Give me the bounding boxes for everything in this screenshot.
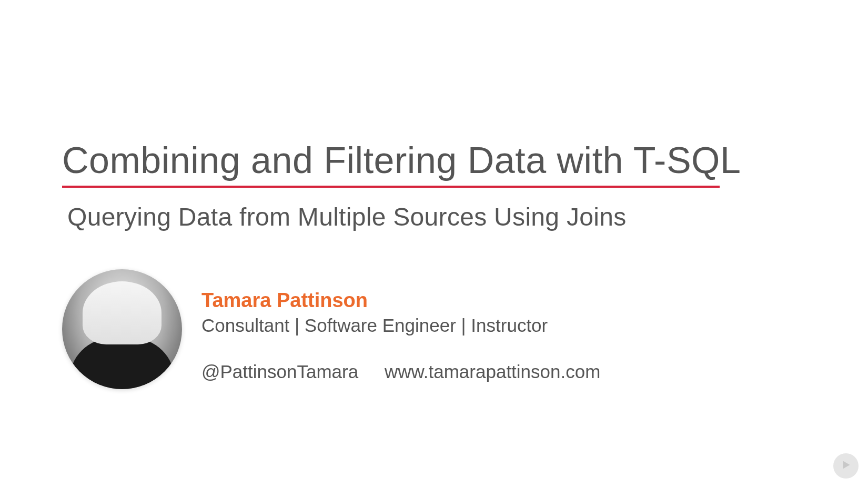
author-handle: @PattinsonTamara <box>201 361 358 382</box>
play-icon <box>839 458 853 474</box>
author-website: www.tamarapattinson.com <box>385 361 600 382</box>
slide-frame <box>0 0 868 488</box>
play-button[interactable] <box>833 453 859 479</box>
author-avatar <box>62 269 182 389</box>
slide-container: Combining and Filtering Data with T-SQL … <box>0 0 868 488</box>
slide-subtitle: Querying Data from Multiple Sources Usin… <box>67 202 627 231</box>
avatar-body <box>69 338 175 389</box>
title-underline <box>62 186 720 188</box>
author-contact: @PattinsonTamara www.tamarapattinson.com <box>201 361 600 382</box>
author-info-block: Tamara Pattinson Consultant | Software E… <box>201 289 600 382</box>
author-role: Consultant | Software Engineer | Instruc… <box>201 315 600 336</box>
slide-title: Combining and Filtering Data with T-SQL <box>62 139 741 181</box>
author-name: Tamara Pattinson <box>201 289 600 312</box>
